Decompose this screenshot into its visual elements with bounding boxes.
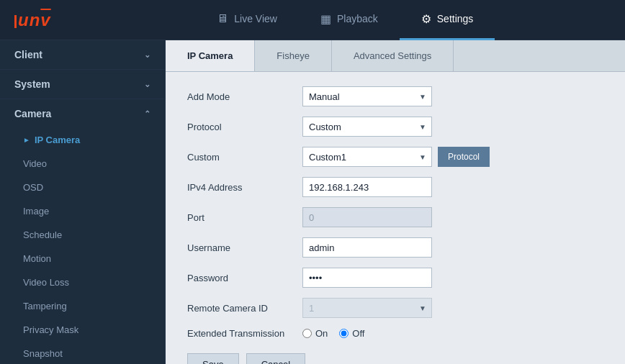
custom-control: Custom1 Custom2 ▼ Protocol [302, 147, 490, 167]
ipv4-input[interactable] [302, 177, 432, 197]
username-input[interactable] [302, 237, 432, 258]
sidebar: Client ⌄ System ⌄ Camera ⌃ ► IP Camera V… [0, 40, 166, 364]
sidebar-item-video-label: Video [23, 158, 47, 169]
add-mode-row: Add Mode Manual Auto ▼ [187, 86, 603, 106]
username-row: Username [187, 237, 603, 258]
sidebar-item-video-loss-label: Video Loss [23, 277, 69, 288]
remote-camera-id-select: 1 [302, 298, 432, 318]
protocol-row: Protocol Custom ONVIF RTSP ▼ [187, 117, 603, 137]
add-mode-control: Manual Auto ▼ [302, 86, 432, 106]
sidebar-item-ip-camera[interactable]: ► IP Camera [0, 128, 165, 152]
ipv4-row: IPv4 Address [187, 177, 603, 197]
custom-select-wrapper: Custom1 Custom2 ▼ [302, 147, 432, 167]
chevron-up-icon: ⌃ [144, 109, 150, 119]
sidebar-item-image[interactable]: Image [0, 199, 165, 223]
logo-bar [14, 15, 17, 28]
nav-tab-settings-label: Settings [437, 13, 474, 24]
sidebar-item-osd[interactable]: OSD [0, 176, 165, 199]
arrow-right-icon: ► [23, 136, 30, 144]
logo: unv [14, 10, 51, 30]
save-button[interactable]: Save [187, 353, 239, 364]
logo-text: unv [18, 10, 51, 29]
protocol-select[interactable]: Custom ONVIF RTSP [302, 117, 432, 137]
custom-select[interactable]: Custom1 Custom2 [302, 147, 432, 167]
remote-camera-id-control: 1 ▼ [302, 298, 432, 318]
nav-tab-playback-label: Playback [337, 13, 378, 24]
remote-camera-id-select-wrapper: 1 ▼ [302, 298, 432, 318]
tab-fisheye[interactable]: Fisheye [255, 40, 332, 71]
sidebar-section-client-header[interactable]: Client ⌄ [0, 40, 165, 69]
radio-on-label: On [315, 328, 328, 339]
nav-tab-liveview[interactable]: 🖥 Live View [195, 0, 299, 40]
sidebar-section-client: Client ⌄ [0, 40, 165, 70]
password-row: Password [187, 268, 603, 288]
nav-tab-playback[interactable]: ▦ Playback [299, 0, 400, 40]
sidebar-item-tampering-label: Tampering [23, 301, 67, 311]
add-mode-select-wrapper: Manual Auto ▼ [302, 86, 432, 106]
sidebar-item-snapshot[interactable]: Snapshot [0, 342, 165, 364]
main: Client ⌄ System ⌄ Camera ⌃ ► IP Camera V… [0, 40, 625, 364]
password-input[interactable] [302, 268, 432, 288]
port-control [302, 207, 432, 227]
protocol-button[interactable]: Protocol [438, 147, 490, 167]
ipv4-label: IPv4 Address [187, 182, 302, 193]
remote-camera-id-row: Remote Camera ID 1 ▼ [187, 298, 603, 318]
tab-advanced-settings-label: Advanced Settings [354, 50, 431, 61]
sidebar-item-schedule[interactable]: Schedule [0, 223, 165, 247]
radio-on-item[interactable]: On [302, 328, 328, 339]
form-area: Add Mode Manual Auto ▼ Protocol [166, 72, 625, 364]
nav-tab-settings[interactable]: ⚙ Settings [400, 0, 495, 40]
extended-transmission-label: Extended Transmission [187, 328, 302, 339]
sidebar-section-system-label: System [14, 78, 50, 90]
extended-transmission-control: On Off [302, 328, 364, 339]
sidebar-section-system: System ⌄ [0, 70, 165, 99]
sidebar-section-system-header[interactable]: System ⌄ [0, 70, 165, 99]
tab-ip-camera[interactable]: IP Camera [166, 40, 255, 71]
radio-off-item[interactable]: Off [339, 328, 364, 339]
custom-row: Custom Custom1 Custom2 ▼ Protocol [187, 147, 603, 167]
sidebar-item-privacy-mask[interactable]: Privacy Mask [0, 318, 165, 342]
sidebar-section-camera: Camera ⌃ ► IP Camera Video OSD Image Sch… [0, 99, 165, 364]
port-label: Port [187, 212, 302, 223]
tab-fisheye-label: Fisheye [276, 50, 310, 61]
settings-icon: ⚙ [421, 12, 431, 26]
cancel-button[interactable]: Cancel [246, 353, 305, 364]
content: IP Camera Fisheye Advanced Settings Add … [166, 40, 625, 364]
add-mode-label: Add Mode [187, 91, 302, 102]
chevron-down-icon-system: ⌄ [144, 80, 150, 89]
sidebar-item-tampering[interactable]: Tampering [0, 294, 165, 318]
form-buttons: Save Cancel [187, 353, 603, 364]
radio-on[interactable] [302, 329, 312, 338]
extended-transmission-row: Extended Transmission On Off [187, 328, 603, 339]
sidebar-item-privacy-mask-label: Privacy Mask [23, 324, 78, 335]
remote-camera-id-label: Remote Camera ID [187, 303, 302, 314]
sidebar-section-client-label: Client [14, 49, 42, 60]
protocol-control: Custom ONVIF RTSP ▼ [302, 117, 432, 137]
content-tabs: IP Camera Fisheye Advanced Settings [166, 40, 625, 72]
tab-ip-camera-label: IP Camera [187, 50, 233, 61]
nav-tab-liveview-label: Live View [234, 13, 277, 24]
playback-icon: ▦ [320, 12, 331, 26]
monitor-icon: 🖥 [217, 12, 228, 25]
ipv4-control [302, 177, 432, 197]
add-mode-select[interactable]: Manual Auto [302, 86, 432, 106]
sidebar-item-motion[interactable]: Motion [0, 247, 165, 270]
tab-advanced-settings[interactable]: Advanced Settings [332, 40, 454, 71]
sidebar-section-camera-header[interactable]: Camera ⌃ [0, 99, 165, 128]
chevron-down-icon: ⌄ [144, 50, 150, 60]
sidebar-item-ip-camera-label: IP Camera [35, 135, 80, 145]
header: unv 🖥 Live View ▦ Playback ⚙ Settings [0, 0, 625, 40]
protocol-select-wrapper: Custom ONVIF RTSP ▼ [302, 117, 432, 137]
username-label: Username [187, 242, 302, 253]
sidebar-section-camera-label: Camera [14, 108, 51, 119]
sidebar-item-video[interactable]: Video [0, 152, 165, 176]
protocol-label: Protocol [187, 122, 302, 132]
sidebar-item-video-loss[interactable]: Video Loss [0, 270, 165, 294]
radio-off[interactable] [339, 329, 349, 338]
sidebar-item-image-label: Image [23, 206, 49, 217]
nav-tabs: 🖥 Live View ▦ Playback ⚙ Settings [80, 0, 611, 40]
custom-label: Custom [187, 152, 302, 163]
sidebar-item-osd-label: OSD [23, 182, 43, 193]
port-input [302, 207, 432, 227]
username-control [302, 237, 432, 258]
